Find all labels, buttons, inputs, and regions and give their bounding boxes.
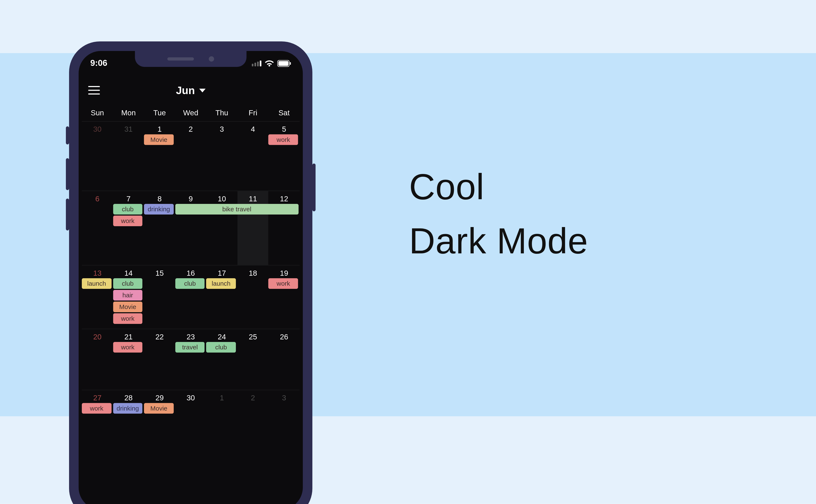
calendar-day[interactable]: 6 [82,191,113,265]
day-number: 2 [175,124,206,134]
calendar-event[interactable]: work [268,134,298,145]
svg-rect-1 [278,61,288,66]
day-number: 20 [82,331,113,342]
day-number: 11 [237,193,268,204]
calendar-day[interactable]: 24 [206,329,237,390]
calendar-week: 303112345Moviework [82,122,300,191]
month-picker[interactable]: Jun [176,84,205,96]
calendar-day[interactable]: 19 [268,265,300,329]
calendar-day[interactable]: 20 [82,329,113,390]
chevron-down-icon [199,88,205,92]
day-number: 3 [268,392,300,403]
calendar-day[interactable]: 11 [237,191,268,265]
calendar-day[interactable]: 15 [144,265,175,329]
calendar-day[interactable]: 30 [175,390,206,406]
calendar-day[interactable]: 2 [175,122,206,191]
calendar-day[interactable]: 1 [144,122,175,191]
calendar-day[interactable]: 12 [268,191,300,265]
calendar-week: 13141516171819launchclubclublaunchworkha… [82,265,300,329]
calendar-event[interactable]: launch [206,278,236,289]
headline-line-2: Dark Mode [409,213,588,268]
calendar-event[interactable]: club [206,342,236,353]
phone-side-button [312,164,315,211]
calendar-event[interactable]: club [175,278,205,289]
calendar-event[interactable]: travel [175,342,205,353]
app-header: Jun [79,75,303,105]
day-number: 21 [113,331,144,342]
calendar-day[interactable]: 7 [113,191,144,265]
weekday-label: Sun [82,108,113,117]
day-number: 24 [206,331,237,342]
calendar-event[interactable]: work [82,403,111,414]
calendar-day[interactable]: 18 [237,265,268,329]
day-number: 15 [144,268,175,278]
calendar-event[interactable]: club [113,278,142,289]
calendar-day[interactable]: 25 [237,329,268,390]
calendar-day[interactable]: 5 [268,122,300,191]
day-number: 28 [113,392,144,403]
calendar-event[interactable]: work [268,278,298,289]
calendar-day[interactable]: 31 [113,122,144,191]
calendar-day[interactable]: 26 [268,329,300,390]
calendar-day[interactable]: 16 [175,265,206,329]
calendar-day[interactable]: 17 [206,265,237,329]
day-number: 22 [144,331,175,342]
weekday-label: Mon [113,108,144,117]
day-number: 13 [82,268,113,278]
calendar-event[interactable]: Movie [144,134,174,145]
battery-icon [277,60,291,67]
calendar-event[interactable]: club [113,204,142,215]
cellular-icon [252,60,261,66]
weekday-header-row: SunMonTueWedThuFriSat [82,105,300,122]
day-number: 18 [237,268,268,278]
calendar-day[interactable]: 9 [175,191,206,265]
day-number: 23 [175,331,206,342]
calendar-day[interactable]: 13 [82,265,113,329]
calendar-day[interactable]: 4 [237,122,268,191]
calendar-event[interactable]: launch [82,278,111,289]
phone-frame: 9:06 Ju [69,41,312,504]
calendar-event[interactable]: hair [113,290,142,301]
menu-button[interactable] [88,86,100,95]
calendar-day[interactable]: 21 [113,329,144,390]
calendar-day[interactable]: 2 [237,390,268,406]
day-number: 7 [113,193,144,204]
calendar-event[interactable]: drinking [144,204,174,215]
day-number: 5 [268,124,300,134]
day-number: 6 [82,193,113,204]
calendar-event[interactable]: work [113,342,142,353]
weekday-label: Wed [175,108,206,117]
calendar-day[interactable]: 10 [206,191,237,265]
calendar-day[interactable]: 3 [206,122,237,191]
calendar-week: 20212223242526worktravelclub [82,329,300,390]
day-number: 3 [206,124,237,134]
calendar-week: 27282930123workdrinkingMovie [82,390,300,406]
calendar-event[interactable]: bike travel [175,204,298,215]
calendar-day[interactable]: 3 [268,390,300,406]
headline: Cool Dark Mode [409,159,588,268]
calendar-day[interactable]: 23 [175,329,206,390]
calendar-day[interactable]: 22 [144,329,175,390]
weekday-label: Thu [206,108,237,117]
day-number: 1 [144,124,175,134]
day-number: 9 [175,193,206,204]
calendar-day[interactable]: 8 [144,191,175,265]
calendar-event[interactable]: drinking [113,403,142,414]
calendar: SunMonTueWedThuFriSat 303112345Moviework… [79,105,303,406]
weekday-label: Sat [268,108,300,117]
headline-line-1: Cool [409,159,588,213]
wifi-icon [264,60,274,67]
calendar-week: 6789101112clubdrinkingbike travelwork [82,191,300,265]
phone-side-button [66,158,69,190]
phone-side-button [66,199,69,230]
day-number: 30 [175,392,206,403]
calendar-event[interactable]: work [113,313,142,324]
day-number: 19 [268,268,300,278]
calendar-weeks: 303112345Moviework6789101112clubdrinking… [82,122,300,406]
calendar-event[interactable]: work [113,216,142,226]
calendar-event[interactable]: Movie [144,403,174,414]
day-number: 16 [175,268,206,278]
calendar-day[interactable]: 30 [82,122,113,191]
calendar-day[interactable]: 1 [206,390,237,406]
calendar-event[interactable]: Movie [113,302,142,312]
